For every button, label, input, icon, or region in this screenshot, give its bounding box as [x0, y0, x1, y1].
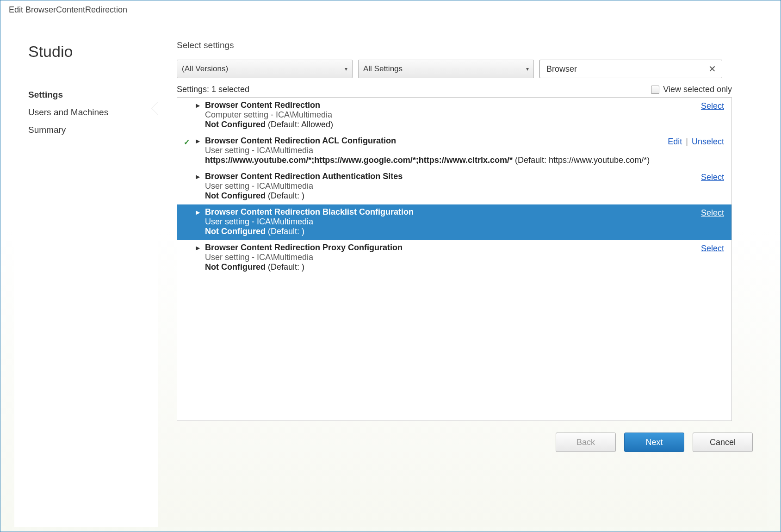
product-brand: Studio	[28, 43, 158, 61]
view-selected-only[interactable]: View selected only	[651, 85, 732, 94]
setting-row[interactable]: ✓▶Browser Content Redirection ACL Config…	[177, 133, 731, 169]
wizard-step-settings[interactable]: Settings	[28, 86, 158, 104]
wizard-step-summary[interactable]: Summary	[28, 121, 158, 139]
setting-title: Browser Content Redirection Blacklist Co…	[205, 207, 724, 217]
scope-dropdown-label: All Settings	[363, 64, 403, 74]
versions-dropdown[interactable]: (All Versions) ▾	[177, 60, 353, 78]
view-selected-only-label: View selected only	[663, 85, 732, 94]
settings-count-value: 1 selected	[211, 85, 249, 94]
setting-title: Browser Content Redirection	[205, 100, 724, 110]
expand-icon[interactable]: ▶	[196, 245, 200, 251]
main-pane: Select settings (All Versions) ▾ All Set…	[158, 33, 767, 527]
expand-icon[interactable]: ▶	[196, 173, 200, 180]
setting-row[interactable]: ▶Browser Content Redirection Proxy Confi…	[177, 240, 731, 276]
setting-row[interactable]: ▶Browser Content RedirectionComputer set…	[177, 98, 731, 133]
unselect-link[interactable]: Unselect	[692, 137, 724, 146]
select-link[interactable]: Select	[701, 101, 724, 111]
select-link[interactable]: Select	[701, 208, 724, 217]
setting-state: Not Configured (Default: )	[205, 262, 724, 272]
setting-title: Browser Content Redirection Authenticati…	[205, 172, 724, 181]
dialog-buttons: Back Next Cancel	[177, 421, 767, 464]
setting-scope: User setting - ICA\Multimedia	[205, 146, 724, 155]
settings-count: Settings: 1 selected	[177, 85, 249, 94]
scope-dropdown[interactable]: All Settings ▾	[358, 60, 534, 78]
wizard-sidebar: Studio SettingsUsers and MachinesSummary	[14, 33, 158, 527]
dialog-window: Edit BrowserContentRedirection Studio Se…	[0, 0, 781, 532]
checkmark-icon: ✓	[184, 138, 190, 147]
setting-title: Browser Content Redirection Proxy Config…	[205, 243, 724, 253]
select-link[interactable]: Select	[701, 244, 724, 253]
wizard-step-users-and-machines[interactable]: Users and Machines	[28, 104, 158, 121]
clear-search-icon[interactable]: ✕	[707, 63, 718, 74]
window-title: Edit BrowserContentRedirection	[0, 0, 781, 19]
select-link[interactable]: Select	[701, 173, 724, 182]
cancel-button[interactable]: Cancel	[693, 433, 753, 452]
setting-actions: Select	[701, 208, 724, 218]
setting-scope: User setting - ICA\Multimedia	[205, 253, 724, 262]
setting-scope: Computer setting - ICA\Multimedia	[205, 110, 724, 120]
setting-actions: Edit|Unselect	[668, 137, 724, 147]
expand-icon[interactable]: ▶	[196, 102, 200, 109]
setting-state: https://www.youtube.com/*;https://www.go…	[205, 155, 724, 165]
step-indicator-arrow	[152, 102, 158, 115]
edit-link[interactable]: Edit	[668, 137, 682, 146]
filter-row: (All Versions) ▾ All Settings ▾ ✕	[177, 60, 732, 78]
setting-state: Not Configured (Default: )	[205, 191, 724, 201]
expand-icon[interactable]: ▶	[196, 138, 200, 144]
setting-scope: User setting - ICA\Multimedia	[205, 217, 724, 227]
setting-row[interactable]: ▶Browser Content Redirection Blacklist C…	[177, 204, 731, 240]
setting-actions: Select	[701, 244, 724, 254]
checkbox-icon[interactable]	[651, 86, 659, 94]
back-button[interactable]: Back	[556, 433, 616, 452]
chevron-down-icon: ▾	[345, 66, 347, 72]
settings-count-prefix: Settings:	[177, 85, 209, 94]
setting-actions: Select	[701, 173, 724, 182]
setting-actions: Select	[701, 101, 724, 111]
expand-icon[interactable]: ▶	[196, 209, 200, 216]
chevron-down-icon: ▾	[526, 66, 529, 72]
setting-title: Browser Content Redirection ACL Configur…	[205, 136, 724, 146]
setting-state: Not Configured (Default: )	[205, 227, 724, 236]
section-title: Select settings	[177, 40, 767, 50]
search-box[interactable]: ✕	[539, 60, 722, 78]
search-input[interactable]	[545, 64, 707, 74]
separator: |	[686, 137, 688, 146]
wizard-steps: SettingsUsers and MachinesSummary	[28, 86, 158, 139]
settings-list[interactable]: ▶Browser Content RedirectionComputer set…	[177, 97, 732, 421]
next-button[interactable]: Next	[624, 433, 684, 452]
setting-scope: User setting - ICA\Multimedia	[205, 181, 724, 191]
setting-state: Not Configured (Default: Allowed)	[205, 120, 724, 130]
setting-row[interactable]: ▶Browser Content Redirection Authenticat…	[177, 169, 731, 204]
versions-dropdown-label: (All Versions)	[182, 64, 228, 74]
